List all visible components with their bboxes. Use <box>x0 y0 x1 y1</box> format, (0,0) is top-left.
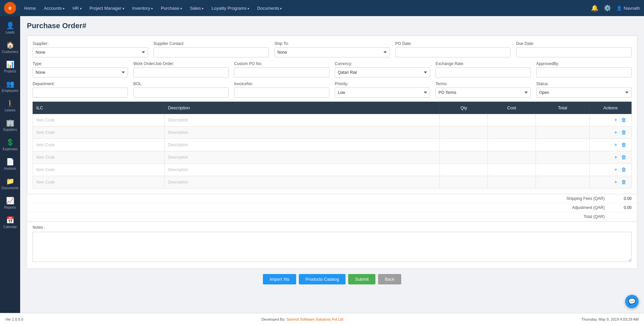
settings-icon[interactable]: ⚙️ <box>604 4 611 12</box>
delete-row-button[interactable]: 🗑 <box>620 141 628 149</box>
submit-button[interactable]: Submit <box>348 274 375 284</box>
custom-po-label: Custom PO No: <box>234 61 329 66</box>
type-select[interactable]: None <box>33 67 128 77</box>
top-navigation: e Home Accounts HR Project Manager Inven… <box>0 0 644 16</box>
sidebar-item-reports[interactable]: 📈 Reports <box>0 194 20 212</box>
po-date-input[interactable]: 2019-05-09 <box>395 47 511 57</box>
nav-hr[interactable]: HR <box>69 4 85 13</box>
status-select[interactable]: Open <box>536 88 632 98</box>
nav-loyalty-programs[interactable]: Loyality Programs <box>208 4 252 13</box>
delete-row-button[interactable]: 🗑 <box>620 154 628 161</box>
products-catalog-button[interactable]: Products Catalog <box>299 274 346 284</box>
actions-cell: + 🗑 <box>590 164 632 176</box>
work-order-input[interactable] <box>133 67 229 77</box>
delete-row-button[interactable]: 🗑 <box>620 116 628 124</box>
bol-label: BOL: <box>133 82 229 86</box>
priority-select[interactable]: Low <box>335 88 430 98</box>
add-row-button[interactable]: + <box>613 166 618 173</box>
sidebar-item-reports-label: Reports <box>4 206 16 209</box>
invoice-no-label: InvoiceNo: <box>234 82 329 86</box>
sidebar-item-suppliers[interactable]: 🏢 Suppliers <box>0 116 20 134</box>
add-row-button[interactable]: + <box>613 116 618 124</box>
add-row-button[interactable]: + <box>613 178 618 186</box>
back-button[interactable]: Back <box>378 274 401 284</box>
table-row: Item Code Description + 🗑 <box>33 164 632 176</box>
work-order-label: Work Order/Job Order: <box>133 61 229 66</box>
adjustment-row: Adjustment (QAR) 0.00 <box>27 203 637 212</box>
version-label: Ver 1.0.0.0 <box>5 317 23 321</box>
dev-credit: Developed By: Sanmol Software Solutions … <box>261 317 343 321</box>
ilc-cell: Item Code <box>33 164 165 176</box>
cost-cell <box>488 176 536 188</box>
sidebar-item-employees-label: Employees <box>2 89 18 93</box>
approved-by-group: ApprovedBy: <box>536 61 632 77</box>
actions-cell: + 🗑 <box>590 176 632 188</box>
ilc-cell: Item Code <box>33 151 165 164</box>
nav-inventory[interactable]: Inventory <box>129 4 156 13</box>
sidebar-item-invoices[interactable]: 📄 Invoices <box>0 155 20 173</box>
sidebar-item-documents[interactable]: 📁 Documents <box>0 174 20 193</box>
currency-select[interactable]: Qatari Rial <box>335 67 430 77</box>
nav-accounts[interactable]: Accounts <box>41 4 68 13</box>
actions-cell: + 🗑 <box>590 151 632 164</box>
currency-group: Currency: Qatari Rial <box>335 61 430 77</box>
ilc-cell: Item Code <box>33 126 165 139</box>
due-date-input[interactable]: 2019-05-09 <box>516 47 632 57</box>
actions-cell: + 🗑 <box>590 139 632 151</box>
nav-documents[interactable]: Documents <box>254 4 285 13</box>
supplier-contact-group: Supplier Contact: <box>153 41 269 57</box>
projects-icon: 📊 <box>6 60 14 68</box>
form-row-1: Supplier: None Supplier Contact: Ship To… <box>33 41 632 57</box>
sidebar-item-employees[interactable]: 👥 Employees <box>0 77 20 95</box>
approved-by-label: ApprovedBy: <box>536 61 632 66</box>
due-date-label: Due Date: <box>516 41 632 46</box>
sidebar-item-leads[interactable]: 👤 Leads <box>0 19 20 37</box>
description-cell: Description <box>165 126 440 139</box>
supplier-contact-input[interactable] <box>153 47 269 57</box>
terms-label: Terms: <box>435 82 531 86</box>
total-cell <box>536 114 589 126</box>
nav-project-manager[interactable]: Project Manager <box>86 4 128 13</box>
sidebar-item-calendar[interactable]: 📅 Calendar <box>0 213 20 231</box>
status-group: Status: Open <box>536 82 632 98</box>
exchange-rate-input[interactable]: 1.2 <box>435 67 531 77</box>
table-row: Item Code Description + 🗑 <box>33 126 632 139</box>
terms-select[interactable]: PO Terms <box>435 88 531 98</box>
add-row-button[interactable]: + <box>613 141 618 149</box>
chat-bubble[interactable]: 💬 <box>625 295 639 308</box>
col-ilc: ILC <box>33 102 165 114</box>
bol-input[interactable] <box>133 88 229 98</box>
supplier-select[interactable]: None <box>33 47 148 57</box>
invoice-no-input[interactable] <box>234 88 329 98</box>
nav-purchase[interactable]: Purchase <box>157 4 185 13</box>
sidebar-item-customers[interactable]: 🏠 Customers <box>0 38 20 56</box>
delete-row-button[interactable]: 🗑 <box>620 129 628 136</box>
nav-sales[interactable]: Sales <box>187 4 207 13</box>
currency-label: Currency: <box>335 61 430 66</box>
sidebar-item-customers-label: Customers <box>2 50 18 54</box>
sidebar-item-expenses[interactable]: 💲 Expenses <box>0 136 20 154</box>
add-row-button[interactable]: + <box>613 154 618 161</box>
notification-icon[interactable]: 🔔 <box>591 4 598 12</box>
due-date-group: Due Date: 2019-05-09 <box>516 41 632 57</box>
table-row: Item Code Description + 🗑 <box>33 114 632 126</box>
nav-home[interactable]: Home <box>21 4 39 13</box>
cost-cell <box>488 139 536 151</box>
department-input[interactable] <box>33 88 128 98</box>
approved-by-input[interactable] <box>536 67 632 77</box>
po-date-group: PO Date: 2019-05-09 <box>395 41 511 57</box>
ship-to-select[interactable]: None <box>274 47 390 57</box>
add-row-button[interactable]: + <box>613 129 618 136</box>
work-order-group: Work Order/Job Order: <box>133 61 229 77</box>
notes-textarea[interactable] <box>33 232 632 262</box>
purchase-order-form: Supplier: None Supplier Contact: Ship To… <box>27 36 637 194</box>
user-menu[interactable]: 👤 Navnath <box>616 6 640 11</box>
import-xls-button[interactable]: Import Xls <box>263 274 296 284</box>
sidebar-item-leaves[interactable]: 🚶 Leaves <box>0 97 20 115</box>
delete-row-button[interactable]: 🗑 <box>620 166 628 173</box>
delete-row-button[interactable]: 🗑 <box>620 178 628 186</box>
custom-po-input[interactable] <box>234 67 329 77</box>
sidebar-item-projects[interactable]: 📊 Projects <box>0 58 20 76</box>
shipping-fees-label: Shipping Fees (QAR) <box>538 196 605 201</box>
app-logo: e <box>4 2 16 14</box>
